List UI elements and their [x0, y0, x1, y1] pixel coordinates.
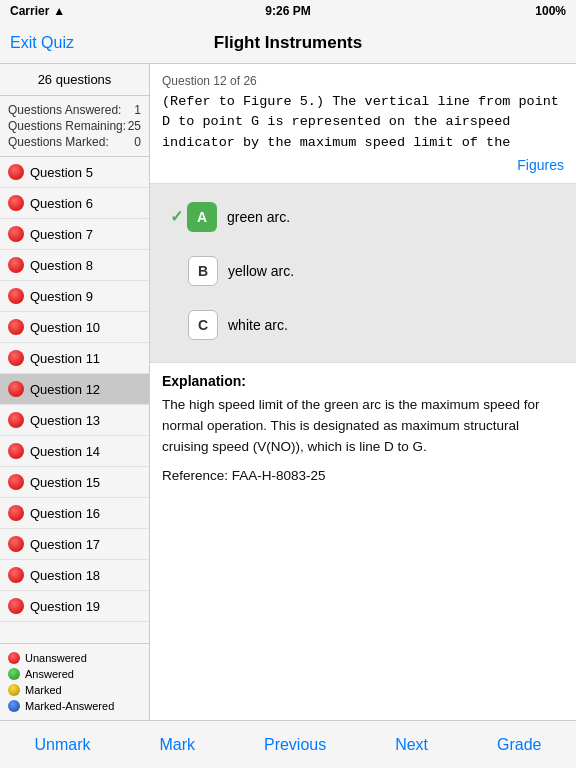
status-dot	[8, 350, 24, 366]
question-text: (Refer to Figure 5.) The vertical line f…	[162, 92, 564, 153]
sidebar-question-item[interactable]: Question 11	[0, 343, 149, 374]
main-area: 26 questions Questions Answered:1Questio…	[0, 64, 576, 720]
sidebar-question-item[interactable]: Question 6	[0, 188, 149, 219]
answer-choice[interactable]: C white arc.	[162, 300, 564, 350]
legend-item: Marked-Answered	[8, 698, 141, 714]
page-wrapper: Carrier ▲ 9:26 PM 100% Exit Quiz Flight …	[0, 0, 576, 768]
sidebar-stats: Questions Answered:1Questions Remaining:…	[0, 96, 149, 157]
legend-label: Marked-Answered	[25, 700, 114, 712]
question-label: Question 7	[30, 227, 93, 242]
sidebar-question-item[interactable]: Question 12	[0, 374, 149, 405]
status-dot	[8, 474, 24, 490]
question-label: Question 18	[30, 568, 100, 583]
legend-item: Marked	[8, 682, 141, 698]
stat-value: 1	[134, 103, 141, 117]
status-time: 9:26 PM	[265, 4, 310, 18]
explanation-section: Explanation: The high speed limit of the…	[150, 362, 576, 493]
question-label: Question 14	[30, 444, 100, 459]
sidebar-question-item[interactable]: Question 5	[0, 157, 149, 188]
legend-item: Unanswered	[8, 650, 141, 666]
explanation-text: The high speed limit of the green arc is…	[162, 395, 564, 458]
stat-label: Questions Remaining:	[8, 119, 126, 133]
stat-label: Questions Marked:	[8, 135, 109, 149]
explanation-title: Explanation:	[162, 373, 564, 389]
sidebar-question-item[interactable]: Question 15	[0, 467, 149, 498]
status-dot	[8, 381, 24, 397]
sidebar-question-item[interactable]: Question 18	[0, 560, 149, 591]
page-title: Flight Instruments	[214, 33, 362, 53]
stat-value: 25	[128, 119, 141, 133]
next-button[interactable]: Next	[383, 728, 440, 762]
sidebar-stat-row: Questions Marked:0	[8, 134, 141, 150]
status-left: Carrier ▲	[10, 4, 65, 18]
choice-letter: C	[188, 310, 218, 340]
grade-button[interactable]: Grade	[485, 728, 553, 762]
choice-letter: A	[187, 202, 217, 232]
mark-button[interactable]: Mark	[147, 728, 207, 762]
status-right: 100%	[535, 4, 566, 18]
legend-dot	[8, 700, 20, 712]
legend-dot	[8, 684, 20, 696]
sidebar-question-item[interactable]: Question 14	[0, 436, 149, 467]
question-label: Question 12	[30, 382, 100, 397]
status-dot	[8, 288, 24, 304]
status-dot	[8, 567, 24, 583]
correct-checkmark: ✓	[170, 207, 183, 226]
answer-choice[interactable]: ✓ A green arc.	[162, 192, 564, 242]
sidebar-question-item[interactable]: Question 8	[0, 250, 149, 281]
question-label: Question 17	[30, 537, 100, 552]
stat-value: 0	[134, 135, 141, 149]
sidebar: 26 questions Questions Answered:1Questio…	[0, 64, 150, 720]
wifi-icon: ▲	[53, 4, 65, 18]
figures-link[interactable]: Figures	[162, 153, 564, 175]
legend: UnansweredAnsweredMarkedMarked-Answered	[0, 643, 149, 720]
question-label: Question 10	[30, 320, 100, 335]
status-dot	[8, 226, 24, 242]
question-label: Question 16	[30, 506, 100, 521]
question-list: Question 5Question 6Question 7Question 8…	[0, 157, 149, 643]
carrier-text: Carrier	[10, 4, 49, 18]
legend-dot	[8, 668, 20, 680]
question-label: Question 8	[30, 258, 93, 273]
answers-section: ✓ A green arc. B yellow arc. C white arc…	[150, 184, 576, 362]
status-bar: Carrier ▲ 9:26 PM 100%	[0, 0, 576, 22]
sidebar-question-item[interactable]: Question 19	[0, 591, 149, 622]
sidebar-stat-row: Questions Remaining:25	[8, 118, 141, 134]
sidebar-question-item[interactable]: Question 16	[0, 498, 149, 529]
status-dot	[8, 443, 24, 459]
sidebar-question-item[interactable]: Question 7	[0, 219, 149, 250]
question-label: Question 11	[30, 351, 100, 366]
status-dot	[8, 319, 24, 335]
status-dot	[8, 164, 24, 180]
legend-dot	[8, 652, 20, 664]
exit-quiz-button[interactable]: Exit Quiz	[10, 34, 74, 52]
choice-text: green arc.	[227, 209, 290, 225]
previous-button[interactable]: Previous	[252, 728, 338, 762]
sidebar-header: 26 questions	[0, 64, 149, 96]
status-dot	[8, 505, 24, 521]
stat-label: Questions Answered:	[8, 103, 121, 117]
sidebar-question-item[interactable]: Question 10	[0, 312, 149, 343]
question-number: Question 12 of 26	[162, 74, 564, 88]
choice-text: yellow arc.	[228, 263, 294, 279]
sidebar-question-item[interactable]: Question 9	[0, 281, 149, 312]
choice-letter: B	[188, 256, 218, 286]
status-dot	[8, 195, 24, 211]
question-section: Question 12 of 26 (Refer to Figure 5.) T…	[150, 64, 576, 184]
bottom-toolbar: Unmark Mark Previous Next Grade	[0, 720, 576, 768]
sidebar-question-item[interactable]: Question 13	[0, 405, 149, 436]
question-label: Question 15	[30, 475, 100, 490]
content-area: Question 12 of 26 (Refer to Figure 5.) T…	[150, 64, 576, 720]
status-dot	[8, 257, 24, 273]
legend-label: Answered	[25, 668, 74, 680]
status-dot	[8, 598, 24, 614]
question-label: Question 5	[30, 165, 93, 180]
status-dot	[8, 536, 24, 552]
choice-text: white arc.	[228, 317, 288, 333]
nav-bar: Exit Quiz Flight Instruments	[0, 22, 576, 64]
answer-choice[interactable]: B yellow arc.	[162, 246, 564, 296]
sidebar-stat-row: Questions Answered:1	[8, 102, 141, 118]
sidebar-question-item[interactable]: Question 17	[0, 529, 149, 560]
unmark-button[interactable]: Unmark	[22, 728, 102, 762]
legend-label: Marked	[25, 684, 62, 696]
